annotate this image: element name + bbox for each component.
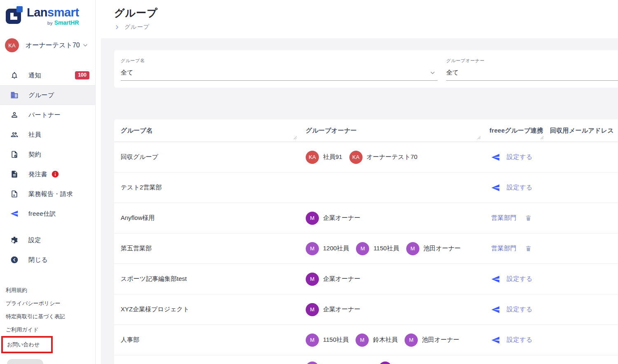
owner-name: 1150社員 xyxy=(323,336,349,344)
group-owner-select-value: 全て xyxy=(446,69,459,77)
sidebar-item-label: 閉じる xyxy=(28,256,48,264)
table-header-row: グループ名 グループオーナー freeeグループ連携 回収用メールアドレス xyxy=(114,119,618,142)
group-name-cell: Anyflow様用 xyxy=(114,214,299,222)
group-owner-filter[interactable]: グループオーナー 全て xyxy=(446,58,618,88)
table-row[interactable]: 回収グループ KA 社員91 KA オーナーテスト70 設定する xyxy=(114,142,618,173)
owner: M 企業オーナー xyxy=(306,212,360,225)
owner-name: 企業オーナー xyxy=(323,214,360,222)
linked-group-link[interactable]: 営業部門 xyxy=(491,245,517,252)
column-header-3: 回収用メールアドレス xyxy=(546,119,618,142)
owner-name: 池田オーナー xyxy=(422,336,459,344)
footer-link-4[interactable]: お問い合わせ xyxy=(1,336,53,353)
group-name-select[interactable]: 全て xyxy=(121,65,438,81)
group-owners-cell: M 1150社員 M 鈴木社員 M 池田オーナー xyxy=(299,334,483,347)
sidebar-item-0[interactable]: 通知 100 xyxy=(0,65,95,85)
logo-word-lan: Lan xyxy=(27,6,47,19)
lansmart-logo-text: Lansmart bySmartHR xyxy=(27,6,79,26)
owner-avatar: M xyxy=(406,242,419,255)
chat-widget-peek[interactable] xyxy=(7,359,43,364)
owner-name: 社員91 xyxy=(323,153,342,161)
sidebar-item-label: 通知 xyxy=(28,72,41,79)
table-row[interactable]: M M xyxy=(114,355,618,364)
linked-group-link[interactable]: 営業部門 xyxy=(491,214,517,222)
setup-link[interactable]: 設定する xyxy=(507,306,533,313)
lansmart-logo[interactable]: Lansmart bySmartHR xyxy=(0,0,95,26)
sidebar-item-6[interactable]: ¥ 業務報告・請求 xyxy=(0,184,95,204)
owner: M xyxy=(379,355,392,364)
table-row[interactable]: XYZ企業様プロジェクト M 企業オーナー 設定する xyxy=(114,294,618,325)
document-icon xyxy=(10,170,19,178)
footer-link-1[interactable]: プライバシーポリシー xyxy=(6,301,95,306)
building-icon xyxy=(10,91,19,99)
user-name: オーナーテスト70 xyxy=(26,41,80,50)
freee-link-cell: 営業部門 xyxy=(483,245,546,252)
trash-icon[interactable] xyxy=(525,215,532,222)
trash-icon[interactable] xyxy=(525,245,532,252)
owner: M 1150社員 xyxy=(306,334,349,347)
resize-handle-icon[interactable] xyxy=(293,136,297,140)
notification-count-badge: 100 xyxy=(75,71,89,79)
groups-table: グループ名 グループオーナー freeeグループ連携 回収用メールアドレス 回収… xyxy=(114,119,618,364)
person-icon xyxy=(10,111,19,119)
group-owners-cell: KA 社員91 KA オーナーテスト70 xyxy=(299,151,483,164)
owner-avatar: M xyxy=(306,242,319,255)
breadcrumb-chevron-icon xyxy=(114,24,120,30)
table-row[interactable]: テスト2営業部 設定する xyxy=(114,173,618,203)
sidebar-item-9[interactable]: 閉じる xyxy=(0,250,95,270)
column-header-1: グループオーナー xyxy=(299,119,483,142)
owner-avatar: M xyxy=(306,273,319,286)
main-area: グループ グループ グループ名 全て xyxy=(101,0,618,364)
freee-swallow-icon xyxy=(491,305,500,314)
sidebar-item-label: 発注書 xyxy=(28,170,47,178)
freee-swallow-icon xyxy=(491,183,500,192)
sidebar-item-2[interactable]: パートナー xyxy=(0,105,95,125)
sidebar-item-7[interactable]: freee仕訳 xyxy=(0,204,95,224)
owner-avatar: M xyxy=(356,242,369,255)
sidebar-item-8[interactable]: 設定 xyxy=(0,230,95,250)
logo-byline-smarthr: SmartHR xyxy=(54,19,79,26)
breadcrumb: グループ xyxy=(114,23,618,31)
logo-word-smart: smart xyxy=(47,6,79,19)
document-yen-icon: ¥ xyxy=(10,190,19,198)
footer-link-0[interactable]: 利用規約 xyxy=(6,287,95,293)
owner: M 企業オーナー xyxy=(306,273,360,286)
owner-avatar: M xyxy=(306,303,319,316)
resize-handle-icon[interactable] xyxy=(477,136,481,140)
owner: M 池田オーナー xyxy=(405,334,459,347)
breadcrumb-item[interactable]: グループ xyxy=(124,23,150,31)
sidebar-item-5[interactable]: 発注書 xyxy=(0,164,95,184)
owner-name: 企業オーナー xyxy=(323,275,360,283)
resize-handle-icon[interactable] xyxy=(540,136,544,140)
collapse-icon xyxy=(10,256,19,264)
table-row[interactable]: 人事部 M 1150社員 M 鈴木社員 M 池田オーナー 設定する xyxy=(114,325,618,355)
group-name-cell: 人事部 xyxy=(114,336,299,344)
table-row[interactable]: Anyflow様用 M 企業オーナー 営業部門 xyxy=(114,203,618,233)
info-icon[interactable] xyxy=(52,170,59,178)
freee-link-cell: 設定する xyxy=(483,305,546,314)
owner: KA オーナーテスト70 xyxy=(349,151,417,164)
setup-link[interactable]: 設定する xyxy=(507,336,533,344)
sidebar-item-label: freee仕訳 xyxy=(28,210,56,218)
sidebar-inner: Lansmart bySmartHR KA オーナーテスト70 通知 100 グ… xyxy=(0,0,96,364)
table-row[interactable]: スポーツ記事編集部test M 企業オーナー 設定する xyxy=(114,264,618,294)
group-owner-select[interactable]: 全て xyxy=(446,65,618,81)
sidebar-item-label: 設定 xyxy=(28,236,41,244)
owner-name: 1150社員 xyxy=(373,245,399,252)
owner-avatar: KA xyxy=(349,151,363,164)
setup-link[interactable]: 設定する xyxy=(507,184,533,191)
footer-link-2[interactable]: 特定商取引に基づく表記 xyxy=(6,314,95,320)
account-switcher[interactable]: KA オーナーテスト70 xyxy=(5,38,95,52)
sidebar-item-1[interactable]: グループ xyxy=(0,85,95,105)
footer-link-3[interactable]: ご利用ガイド xyxy=(6,327,95,333)
group-owners-cell: M M xyxy=(299,355,483,364)
owner: M 1150社員 xyxy=(356,242,399,255)
sidebar-item-4[interactable]: 契約 xyxy=(0,145,95,164)
freee-link-cell: 設定する xyxy=(483,336,546,345)
owner-avatar: M xyxy=(379,362,392,364)
group-name-filter[interactable]: グループ名 全て xyxy=(121,58,438,88)
table-row[interactable]: 第五営業部 M 1200社員 M 1150社員 M 池田オーナー 営業部門 xyxy=(114,233,618,264)
owner-name: オーナーテスト70 xyxy=(367,153,417,161)
sidebar-item-3[interactable]: 社員 xyxy=(0,125,95,145)
setup-link[interactable]: 設定する xyxy=(507,153,533,161)
setup-link[interactable]: 設定する xyxy=(507,275,533,283)
